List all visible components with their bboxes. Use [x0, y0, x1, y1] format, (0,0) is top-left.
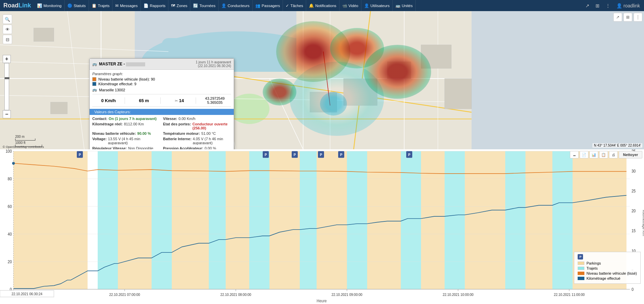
svg-rect-27	[445, 79, 472, 109]
nav-icon-user[interactable]: 👤 roadlink	[615, 2, 641, 9]
scale-indicator: 200 m 1000 ft	[15, 135, 42, 147]
svg-rect-45	[367, 151, 401, 289]
map-btn-2[interactable]: ⊞	[623, 13, 632, 22]
svg-rect-37	[172, 151, 209, 289]
sensor-value-6: 13.55 V (4 h 45 min auparavant)	[108, 137, 160, 145]
param2-label: Kilométrage effectué: 9	[98, 82, 136, 86]
nav-item-conducteurs[interactable]: 👤Conducteurs	[219, 0, 253, 11]
chart-btn-print[interactable]: 🖨	[609, 151, 618, 158]
legend-km-label: Kilométrage effectué	[586, 276, 620, 280]
zoom-out-btn[interactable]: −	[3, 110, 11, 118]
chart-toolbar: 🗕 📄 📊 📋 🖨 Nettoyer	[570, 151, 642, 158]
stat-lon: 5.365035	[200, 100, 230, 104]
nav-icon-grid[interactable]: ⊞	[594, 2, 601, 9]
stat-count-value: 14	[179, 98, 184, 103]
nav-item-passagers[interactable]: 👥Passagers	[253, 0, 283, 11]
sensor-label-9: Pression Accélérateur:	[163, 146, 203, 149]
svg-rect-47	[421, 151, 445, 289]
nav-item-zones[interactable]: 🗺Zones	[168, 0, 190, 11]
svg-text:22.10.2021 09:00:00: 22.10.2021 09:00:00	[331, 293, 362, 297]
nav-icon-arrow[interactable]: ↗	[584, 2, 591, 9]
nav-item-taches[interactable]: ✓Tâches	[283, 0, 306, 11]
chart-btn-copy[interactable]: 📄	[580, 151, 588, 158]
sensor-value-7: 4.05 V (7 h 46 min auparavant)	[193, 137, 231, 145]
svg-rect-43	[317, 151, 347, 289]
map-attribution: © OpenStreetMap contributors	[3, 145, 44, 149]
app-logo[interactable]: RoadLink	[0, 2, 34, 9]
eye-tool-btn[interactable]: 👁	[3, 25, 12, 34]
sensor-label-5: Température moteur:	[163, 131, 200, 135]
popup-title-blurred: ████████	[126, 62, 145, 66]
svg-text:20: 20	[632, 209, 636, 213]
nav-label-trajets: Trajets	[98, 4, 110, 8]
nav-right: ↗ ⊞ ⋮ 👤 roadlink	[581, 2, 644, 9]
nav-label-video: Vidéo	[349, 4, 358, 8]
nav-icon-passagers: 👥	[255, 3, 260, 8]
heatmap-5	[320, 92, 347, 116]
location-row: 🚌 Marseille 13002	[92, 88, 231, 92]
stat-lat: 43.2972549	[200, 96, 230, 100]
svg-text:P: P	[265, 153, 267, 156]
nav-item-notifications[interactable]: 🔔Notifications	[306, 0, 340, 11]
params-label: Paramètres graph:	[92, 72, 231, 76]
nav-item-monitoring[interactable]: 📊Monitoring	[34, 0, 65, 11]
legend-trajet-color	[578, 267, 584, 270]
nav-icon-more[interactable]: ⋮	[604, 2, 612, 9]
chart-svg: 100 80 60 40 20 0 35 30 25 20 15 10 5 0 …	[0, 149, 644, 304]
layers-tool-btn[interactable]: ⊟	[3, 35, 12, 44]
map-coordinates: N 43° 17.5044' E 005° 22.6914'	[592, 143, 642, 148]
nav-item-statuts[interactable]: 🔵Statuts	[65, 0, 89, 11]
legend-battery: Niveau batterie véhicule (lissé)	[578, 271, 637, 275]
nav-item-utilisateurs[interactable]: 👤Utilisateurs	[361, 0, 393, 11]
chart-btn-table[interactable]: 📋	[599, 151, 608, 158]
legend-battery-label: Niveau batterie véhicule (lissé)	[586, 271, 637, 275]
nav-label-tournees: Tournées	[199, 4, 215, 8]
svg-rect-51	[525, 151, 552, 289]
nav-label-rapports: Rapports	[150, 4, 166, 8]
sensor-row-3: Etat des portes: Conducteur ouverte (256…	[163, 122, 231, 130]
chart-legend: P Parkings Trajets Niveau batterie véhic…	[574, 252, 641, 284]
nav-items-container: 📊Monitoring🔵Statuts📋Trajets✉Messages📄Rap…	[34, 0, 581, 11]
nav-item-tournees[interactable]: 🔄Tournées	[190, 0, 218, 11]
sensor-label-6: Voltage:	[92, 137, 107, 145]
map-area[interactable]: 🔍 👁 ⊟ + − 200 m 1000 ft © OpenStreetMap …	[0, 11, 644, 149]
search-tool-btn[interactable]: 🔍	[3, 14, 12, 24]
sensor-label-7: Batterie Interne:	[163, 137, 191, 145]
zoom-slider[interactable]	[4, 63, 9, 110]
nav-item-messages[interactable]: ✉Messages	[112, 0, 140, 11]
legend-parking-color	[578, 262, 584, 265]
svg-rect-38	[209, 151, 226, 289]
nav-item-rapports[interactable]: 📄Rapports	[141, 0, 169, 11]
top-navigation: RoadLink 📊Monitoring🔵Statuts📋Trajets✉Mes…	[0, 0, 644, 11]
param2-color-box	[92, 82, 96, 86]
svg-rect-40	[249, 151, 269, 289]
map-tools-panel: 🔍 👁 ⊟	[3, 14, 12, 44]
location-flag: 🚌	[92, 88, 97, 92]
map-btn-1[interactable]: ↗	[613, 13, 622, 22]
nav-item-unites[interactable]: 🚌Unités	[393, 0, 416, 11]
stat-coords: 43.2972549 5.365035	[199, 96, 231, 105]
legend-km-color	[578, 277, 584, 280]
svg-text:25: 25	[632, 189, 636, 193]
sensor-row-6: Voltage: 13.55 V (4 h 45 min auparavant)	[92, 136, 160, 145]
sensor-value-9: 0.00 %	[204, 146, 216, 149]
svg-text:P: P	[408, 153, 411, 156]
svg-rect-34	[98, 151, 118, 289]
nav-label-utilisateurs: Utilisateurs	[371, 4, 390, 8]
svg-text:P: P	[294, 153, 296, 156]
svg-rect-41	[269, 151, 300, 289]
nav-item-video[interactable]: 📹Vidéo	[340, 0, 361, 11]
popup-header-left: 🚌 MASTER ZE - ████████	[92, 62, 145, 66]
zoom-in-btn[interactable]: +	[3, 55, 11, 63]
nav-label-monitoring: Monitoring	[43, 4, 62, 8]
map-btn-3[interactable]: ⋮	[634, 13, 642, 22]
sensor-value-1: 0.00 Km/h	[179, 117, 195, 121]
sensor-row-5: Température moteur: 51.00 °C	[163, 131, 231, 136]
chart-btn-chart[interactable]: 📊	[589, 151, 598, 158]
svg-text:22.10.2021 07:00:00: 22.10.2021 07:00:00	[109, 293, 140, 297]
chart-btn-nettoyer[interactable]: Nettoyer	[619, 151, 642, 158]
sensor-row-9: Pression Accélérateur: 0.00 %	[163, 146, 231, 149]
svg-text:30: 30	[632, 169, 636, 173]
chart-btn-minimize[interactable]: 🗕	[570, 151, 579, 158]
nav-item-trajets[interactable]: 📋Trajets	[89, 0, 113, 11]
